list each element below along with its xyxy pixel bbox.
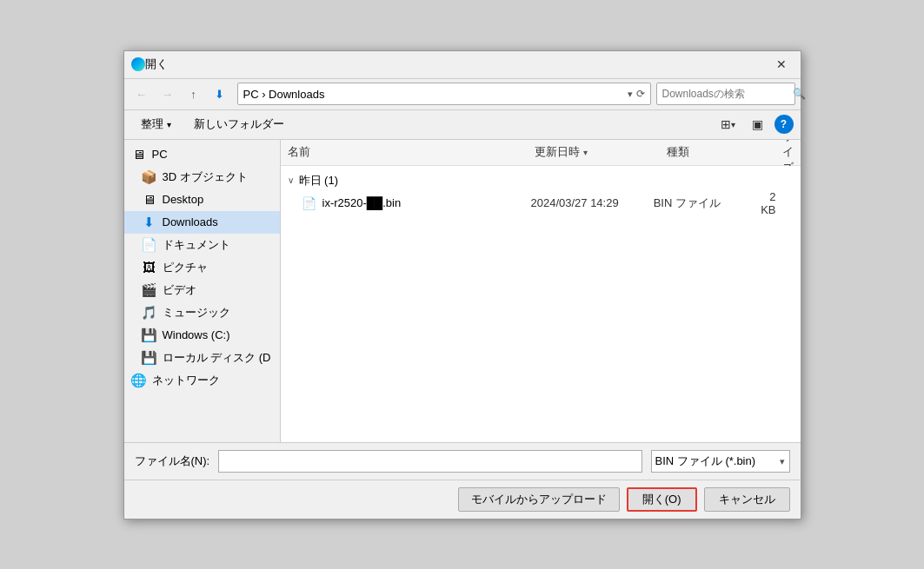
view-icon: ⊞ <box>721 117 731 131</box>
sidebar-item-videos[interactable]: 🎬 ビデオ <box>124 279 280 301</box>
sidebar-item-3d-objects[interactable]: 📦 3D オブジェクト <box>124 166 280 189</box>
pane-button[interactable]: ▣ <box>745 113 771 136</box>
filename-bar: ファイル名(N): BIN ファイル (*.bin) <box>124 442 801 480</box>
sidebar-item-label: ビデオ <box>163 282 196 298</box>
open-file-dialog: 開く ✕ ← → ↑ ⬇ PC › Downloads ▾ ⟳ 🔍 整理 ▾ 新… <box>123 50 801 519</box>
title-bar: 開く ✕ <box>124 51 801 79</box>
music-icon: 🎵 <box>142 305 157 321</box>
downloads-shortcut-button[interactable]: ⬇ <box>208 83 232 105</box>
sidebar-item-pictures[interactable]: 🖼 ピクチャ <box>124 256 280 279</box>
new-folder-button[interactable]: 新しいフォルダー <box>184 113 294 136</box>
file-type: BIN ファイル <box>654 195 761 211</box>
content-area: 🖥 PC 📦 3D オブジェクト 🖥 Desktop ⬇ Downloads 📄… <box>124 140 801 442</box>
upload-button[interactable]: モバイルからアップロード <box>458 487 620 512</box>
sidebar-item-label: Windows (C:) <box>163 328 230 341</box>
dialog-title: 開く <box>145 56 769 72</box>
sidebar-item-label: ドキュメント <box>163 237 230 253</box>
nav-toolbar: ← → ↑ ⬇ PC › Downloads ▾ ⟳ 🔍 <box>124 79 801 110</box>
file-group-yesterday[interactable]: ∨ 昨日 (1) <box>281 169 801 192</box>
open-button[interactable]: 開く(O) <box>627 487 697 512</box>
documents-icon: 📄 <box>142 237 157 253</box>
desktop-icon: 🖥 <box>142 192 157 208</box>
dialog-icon <box>131 57 145 71</box>
cancel-button[interactable]: キャンセル <box>704 487 790 512</box>
button-row: モバイルからアップロード 開く(O) キャンセル <box>124 480 801 519</box>
sidebar-item-documents[interactable]: 📄 ドキュメント <box>124 234 280 256</box>
sidebar-item-desktop[interactable]: 🖥 Desktop <box>124 189 280 211</box>
help-button[interactable]: ? <box>774 115 794 134</box>
column-header: 名前 更新日時 ▾ 種類 サイズ <box>281 140 801 166</box>
address-bar-text: PC › Downloads <box>243 88 624 101</box>
sidebar-item-local-disk-d[interactable]: 💾 ローカル ディスク (D <box>124 347 280 369</box>
close-button[interactable]: ✕ <box>769 52 794 76</box>
col-name-header[interactable]: 名前 <box>288 144 535 160</box>
file-date: 2024/03/27 14:29 <box>530 196 653 209</box>
pane-icon: ▣ <box>752 117 763 131</box>
sidebar-item-network[interactable]: 🌐 ネットワーク <box>124 369 280 392</box>
group-chevron-icon: ∨ <box>288 175 294 185</box>
videos-icon: 🎬 <box>142 282 157 298</box>
windows-c-icon: 💾 <box>142 328 157 343</box>
refresh-button[interactable]: ⟳ <box>636 88 645 100</box>
file-name: ix-r2520-██.bin <box>322 196 531 209</box>
table-row[interactable]: 📄 ix-r2520-██.bin 2024/03/27 14:29 BIN フ… <box>281 192 801 215</box>
3d-objects-icon: 📦 <box>142 169 157 185</box>
network-icon: 🌐 <box>131 373 147 388</box>
sidebar-item-label: ネットワーク <box>152 373 220 388</box>
sidebar-item-label: ミュージック <box>163 305 230 321</box>
local-disk-d-icon: 💾 <box>142 350 157 366</box>
downloads-icon: ⬇ <box>142 215 157 230</box>
sidebar-item-label: ピクチャ <box>163 260 208 275</box>
main-panel: 名前 更新日時 ▾ 種類 サイズ ∨ 昨日 (1) <box>281 140 801 442</box>
sidebar-item-label: Downloads <box>163 215 218 228</box>
sidebar-item-pc[interactable]: 🖥 PC <box>124 143 280 166</box>
up-button[interactable]: ↑ <box>182 83 206 105</box>
pictures-icon: 🖼 <box>142 260 157 275</box>
view-options-button[interactable]: ⊞ ▾ <box>715 113 741 136</box>
view-chevron-icon: ▾ <box>731 120 735 129</box>
sort-arrow-icon: ▾ <box>583 148 588 157</box>
filename-label: ファイル名(N): <box>135 453 210 469</box>
search-input[interactable] <box>662 88 793 100</box>
address-chevron-icon[interactable]: ▾ <box>628 89 633 100</box>
file-icon: 📄 <box>302 195 317 211</box>
file-list: ∨ 昨日 (1) 📄 ix-r2520-██.bin 2024/03/27 14… <box>281 166 801 442</box>
filetype-select[interactable]: BIN ファイル (*.bin) <box>651 450 790 473</box>
address-bar[interactable]: PC › Downloads ▾ ⟳ <box>237 83 651 105</box>
sidebar: 🖥 PC 📦 3D オブジェクト 🖥 Desktop ⬇ Downloads 📄… <box>124 140 281 442</box>
sidebar-item-label: PC <box>152 148 168 161</box>
organize-button[interactable]: 整理 ▾ <box>131 113 181 136</box>
sidebar-item-label: 3D オブジェクト <box>163 169 248 185</box>
search-bar[interactable]: 🔍 <box>656 83 795 105</box>
filetype-wrapper: BIN ファイル (*.bin) <box>651 450 790 473</box>
file-size: 2 KB <box>761 190 793 216</box>
col-type-header[interactable]: 種類 <box>667 144 782 160</box>
back-button[interactable]: ← <box>130 83 154 105</box>
organize-chevron-icon: ▾ <box>167 120 171 129</box>
col-date-header[interactable]: 更新日時 ▾ <box>535 144 667 160</box>
sidebar-item-windows-c[interactable]: 💾 Windows (C:) <box>124 324 280 347</box>
forward-button[interactable]: → <box>156 83 180 105</box>
sidebar-item-label: Desktop <box>163 193 204 206</box>
pc-icon: 🖥 <box>131 147 147 162</box>
sidebar-item-downloads[interactable]: ⬇ Downloads <box>124 211 280 234</box>
filename-input[interactable] <box>218 450 641 473</box>
group-label: 昨日 (1) <box>299 173 339 189</box>
action-bar: 整理 ▾ 新しいフォルダー ⊞ ▾ ▣ ? <box>124 110 801 140</box>
search-icon: 🔍 <box>793 88 806 100</box>
sidebar-item-music[interactable]: 🎵 ミュージック <box>124 301 280 324</box>
sidebar-item-label: ローカル ディスク (D <box>163 350 271 366</box>
